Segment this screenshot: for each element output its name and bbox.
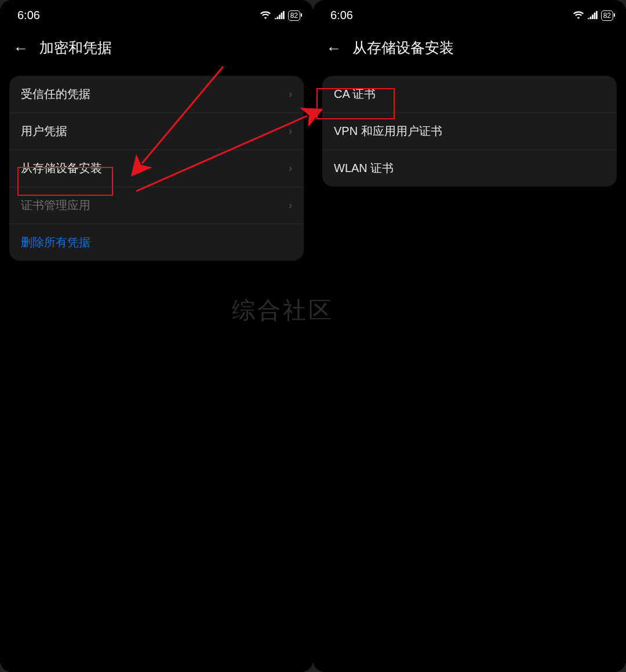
signal-icon xyxy=(587,9,598,22)
page-title-right: 从存储设备安装 xyxy=(352,38,454,57)
row-install-from-storage[interactable]: 从存储设备安装 › xyxy=(9,150,304,187)
row-cert-management-app[interactable]: 证书管理应用 › xyxy=(9,187,304,224)
page-title-left: 加密和凭据 xyxy=(39,38,112,57)
row-trusted-credentials[interactable]: 受信任的凭据 › xyxy=(9,76,304,113)
chevron-right-icon: › xyxy=(289,199,292,211)
row-ca-certificate[interactable]: CA 证书 xyxy=(322,76,617,113)
status-bar: 6:06 82 xyxy=(313,0,626,23)
chevron-right-icon: › xyxy=(289,162,292,174)
signal-icon xyxy=(274,9,285,22)
back-icon[interactable]: ← xyxy=(326,41,342,56)
row-label: 删除所有凭据 xyxy=(21,235,90,250)
status-indicators: 82 xyxy=(573,9,613,22)
settings-card-right: CA 证书 VPN 和应用用户证书 WLAN 证书 xyxy=(322,76,617,187)
header-right: ← 从存储设备安装 xyxy=(313,23,626,70)
row-label: VPN 和应用用户证书 xyxy=(334,123,442,139)
settings-card-left: 受信任的凭据 › 用户凭据 › 从存储设备安装 › 证书管理应用 › 删除所有凭… xyxy=(9,76,304,261)
chevron-right-icon: › xyxy=(289,88,292,100)
row-user-credentials[interactable]: 用户凭据 › xyxy=(9,113,304,150)
wifi-icon xyxy=(573,9,584,22)
status-bar: 6:06 82 xyxy=(0,0,313,23)
row-delete-all-credentials[interactable]: 删除所有凭据 xyxy=(9,224,304,261)
battery-indicator: 82 xyxy=(601,10,613,21)
row-label: 用户凭据 xyxy=(21,123,67,139)
row-wlan-certificate[interactable]: WLAN 证书 xyxy=(322,150,617,187)
back-icon[interactable]: ← xyxy=(13,41,29,56)
chevron-right-icon: › xyxy=(289,125,292,137)
status-time: 6:06 xyxy=(17,9,40,22)
phone-left: 6:06 82 ← 加密和凭据 受信任的凭据 › 用户凭据 › 从存储设备安装 … xyxy=(0,0,313,672)
row-label: WLAN 证书 xyxy=(334,160,394,176)
phone-right: 6:06 82 ← 从存储设备安装 CA 证书 VPN 和应用用户证书 WLAN… xyxy=(313,0,626,672)
status-indicators: 82 xyxy=(260,9,300,22)
row-label: CA 证书 xyxy=(334,86,376,102)
row-label: 从存储设备安装 xyxy=(21,160,102,176)
status-time: 6:06 xyxy=(330,9,353,22)
header-left: ← 加密和凭据 xyxy=(0,23,313,70)
battery-indicator: 82 xyxy=(288,10,300,21)
row-vpn-app-certificate[interactable]: VPN 和应用用户证书 xyxy=(322,113,617,150)
row-label: 受信任的凭据 xyxy=(21,86,90,102)
row-label: 证书管理应用 xyxy=(21,198,90,213)
wifi-icon xyxy=(260,9,271,22)
